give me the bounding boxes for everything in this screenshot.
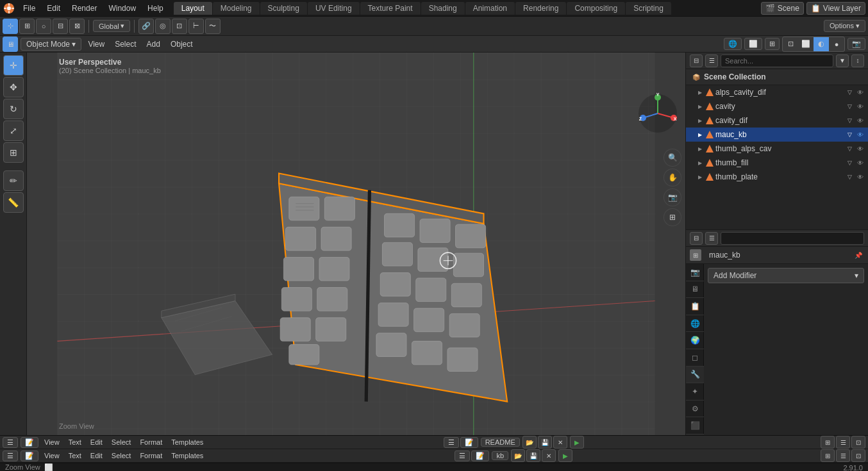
- world-props-icon[interactable]: 🌍: [686, 332, 704, 349]
- modifier-props-icon active[interactable]: 🔧: [686, 367, 704, 384]
- bottom2-save-btn[interactable]: 💾: [526, 449, 540, 462]
- tab-scripting[interactable]: Scripting: [626, 2, 671, 15]
- object-menu-btn[interactable]: Object: [167, 38, 197, 50]
- bottom2-run-btn[interactable]: ▶: [558, 449, 572, 462]
- menu-window[interactable]: Window: [103, 3, 141, 14]
- visibility-icon[interactable]: 👁: [855, 115, 865, 126]
- cursor-tool-icon[interactable]: ⊹: [3, 19, 18, 34]
- bottom1-select-btn[interactable]: Select: [108, 438, 135, 447]
- camera-perspective-btn[interactable]: 📷: [847, 38, 865, 50]
- tab-texturepaint[interactable]: Texture Paint: [360, 2, 421, 15]
- tab-modeling[interactable]: Modeling: [213, 2, 260, 15]
- bottom1-text-btn[interactable]: Text: [65, 438, 85, 447]
- visibility-icon[interactable]: 👁: [855, 158, 865, 168]
- outliner-item[interactable]: ▶ thumb_fill ▽ 👁: [686, 156, 868, 170]
- mirror-icon[interactable]: ⊢: [188, 19, 204, 34]
- tab-uvediting[interactable]: UV Editing: [308, 2, 360, 15]
- bottom1-view-btn[interactable]: View: [41, 438, 63, 447]
- wireframe-btn[interactable]: ⊡: [783, 37, 798, 51]
- bottom1-save-btn[interactable]: 💾: [538, 436, 552, 449]
- solid-btn[interactable]: ⬜: [798, 37, 814, 51]
- bottom2-editor-btn[interactable]: ☰: [3, 450, 18, 461]
- tab-compositing[interactable]: Compositing: [567, 2, 625, 15]
- visibility-icon[interactable]: 👁: [855, 172, 865, 182]
- bottom1-wrap-btn[interactable]: ⊞: [821, 436, 835, 449]
- bottom1-num-btn[interactable]: ☰: [836, 436, 850, 449]
- scene-props-icon[interactable]: 🌐: [686, 315, 704, 333]
- bottom1-type-icon[interactable]: 📝: [460, 437, 478, 448]
- proportional-type-icon[interactable]: ⊡: [172, 19, 187, 34]
- visibility-icon[interactable]: 👁: [855, 144, 865, 154]
- bottom2-type-icon[interactable]: 📝: [471, 450, 489, 461]
- menu-render[interactable]: Render: [67, 3, 102, 14]
- menu-file[interactable]: File: [18, 3, 40, 14]
- camera-btn[interactable]: 📷: [664, 188, 681, 206]
- bottom1-type-btn[interactable]: 📝: [21, 437, 38, 448]
- bottom2-edit-btn[interactable]: Edit: [87, 451, 106, 460]
- viewport[interactable]: User Perspective (20) Scene Collection |…: [27, 53, 685, 435]
- tab-rendering[interactable]: Rendering: [515, 2, 566, 15]
- hand-btn[interactable]: ✋: [664, 169, 681, 186]
- outliner-item[interactable]: ▶ thumb_plate ▽ 👁: [686, 170, 868, 184]
- select-circle-icon[interactable]: ○: [36, 19, 51, 34]
- tab-layout[interactable]: Layout: [174, 2, 212, 15]
- bottom1-run-btn[interactable]: ▶: [570, 436, 584, 449]
- viewport-icon[interactable]: 🖥: [3, 37, 18, 52]
- outliner-filter-btn[interactable]: ▼: [836, 54, 849, 67]
- cursor-tool[interactable]: ✛: [3, 55, 24, 76]
- move-tool[interactable]: ✥: [3, 77, 24, 97]
- outliner-item-selected[interactable]: ▶ mauc_kb ▽ 👁: [686, 128, 868, 142]
- tweak-icon[interactable]: ⊠: [69, 19, 85, 34]
- visibility-icon[interactable]: 👁: [855, 101, 865, 112]
- bottom2-close-btn[interactable]: ✕: [542, 449, 556, 462]
- menu-help[interactable]: Help: [142, 3, 169, 14]
- props-pin-icon[interactable]: 📌: [853, 249, 864, 261]
- material-props-icon[interactable]: ⬛: [686, 417, 704, 434]
- outliner-icon-btn[interactable]: ⊟: [690, 54, 703, 67]
- props-search[interactable]: [721, 232, 864, 245]
- grid-btn[interactable]: ⊞: [664, 208, 681, 226]
- measure-tool[interactable]: 📏: [3, 192, 24, 213]
- bottom2-folder-btn[interactable]: 📂: [511, 449, 525, 462]
- outliner-item[interactable]: ▶ thumb_alps_cav ▽ 👁: [686, 142, 868, 156]
- wave-icon[interactable]: 〜: [205, 19, 221, 34]
- visibility-icon[interactable]: 👁: [855, 87, 865, 97]
- bottom1-editor-btn[interactable]: ☰: [3, 437, 18, 448]
- view-layer-selector[interactable]: 📋 View Layer: [806, 2, 865, 15]
- view-menu-btn[interactable]: View: [84, 38, 108, 50]
- props-icon[interactable]: ⊟: [690, 232, 703, 245]
- outliner-type-btn[interactable]: ☰: [705, 54, 718, 67]
- rotate-tool[interactable]: ↻: [3, 99, 24, 119]
- object-props-icon[interactable]: ◻: [686, 349, 704, 367]
- outliner-item[interactable]: ▶ cavity_dif ▽ 👁: [686, 113, 868, 128]
- overlay-btn[interactable]: ⊞: [765, 38, 780, 50]
- tab-sculpting[interactable]: Sculpting: [260, 2, 307, 15]
- outliner-sort-btn[interactable]: ↕: [851, 54, 864, 67]
- outliner-search[interactable]: [721, 54, 833, 67]
- bottom2-text-btn[interactable]: Text: [65, 451, 85, 460]
- bottom2-type-btn[interactable]: 📝: [21, 450, 38, 461]
- rendered-btn[interactable]: ●: [829, 37, 844, 51]
- bottom1-folder-btn[interactable]: 📂: [522, 436, 537, 449]
- bottom2-editor-icon[interactable]: ☰: [455, 450, 470, 461]
- bottom2-sync-btn[interactable]: ⊡: [851, 449, 865, 462]
- bottom2-num-btn[interactable]: ☰: [836, 449, 850, 462]
- annotate-tool[interactable]: ✏: [3, 170, 24, 191]
- tab-shading[interactable]: Shading: [421, 2, 465, 15]
- tab-animation[interactable]: Animation: [465, 2, 515, 15]
- bottom1-templates-btn[interactable]: Templates: [168, 438, 206, 447]
- props-type[interactable]: ☰: [705, 232, 718, 245]
- menu-edit[interactable]: Edit: [42, 3, 65, 14]
- visibility-icon[interactable]: 👁: [855, 129, 865, 140]
- bottom2-wrap-btn[interactable]: ⊞: [821, 449, 835, 462]
- viewport-toggle-btn[interactable]: ⬜: [744, 38, 762, 50]
- bottom1-edit-btn[interactable]: Edit: [87, 438, 106, 447]
- physics-props-icon[interactable]: ⚙: [686, 401, 704, 418]
- transform-tool[interactable]: ⊞: [3, 142, 24, 163]
- material-btn[interactable]: ◐: [814, 37, 829, 51]
- outliner-item[interactable]: ▶ cavity ▽ 👁: [686, 99, 868, 113]
- options-btn[interactable]: Options ▾: [824, 20, 865, 32]
- particles-props-icon[interactable]: ✦: [686, 383, 704, 401]
- bottom1-editor-icon[interactable]: ☰: [444, 437, 459, 448]
- view-layer-props-icon[interactable]: 📋: [686, 298, 704, 315]
